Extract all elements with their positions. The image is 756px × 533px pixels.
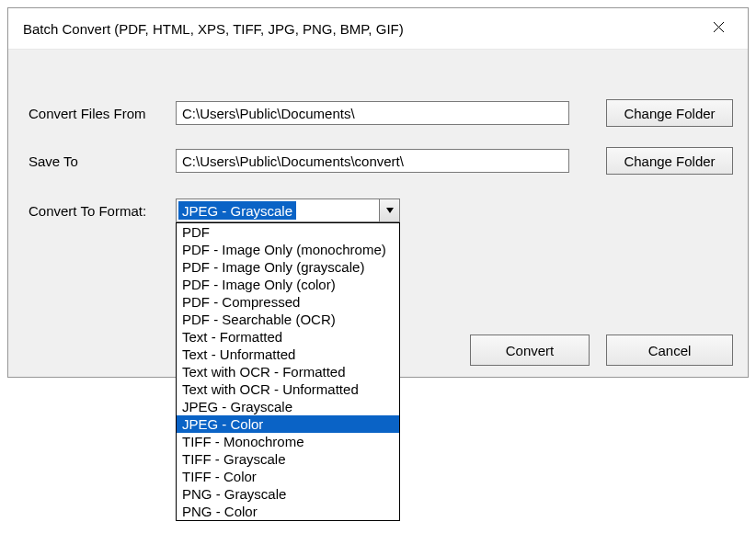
window-title: Batch Convert (PDF, HTML, XPS, TIFF, JPG…	[23, 21, 404, 37]
format-option[interactable]: PNG - Color	[177, 503, 399, 520]
convert-from-input[interactable]	[176, 101, 569, 125]
label-convert-from: Convert Files From	[29, 106, 176, 121]
dialog-content: Convert Files From Change Folder Save To…	[8, 50, 748, 377]
convert-button[interactable]: Convert	[470, 335, 590, 366]
format-dropdown-list[interactable]: PDFPDF - Image Only (monochrome)PDF - Im…	[176, 222, 400, 521]
format-selected-value: JPEG - Grayscale	[178, 201, 296, 220]
row-save-to: Save To	[29, 149, 569, 173]
cancel-button[interactable]: Cancel	[606, 335, 733, 366]
format-option[interactable]: JPEG - Grayscale	[177, 398, 399, 415]
save-to-input[interactable]	[176, 149, 569, 173]
dropdown-arrow-icon	[379, 199, 399, 221]
format-option[interactable]: PNG - Grayscale	[177, 485, 399, 503]
format-option[interactable]: PDF - Searchable (OCR)	[177, 311, 399, 328]
change-folder-from-button[interactable]: Change Folder	[606, 99, 733, 127]
format-option[interactable]: Text with OCR - Formatted	[177, 363, 399, 380]
titlebar: Batch Convert (PDF, HTML, XPS, TIFF, JPG…	[8, 8, 748, 50]
row-convert-from: Convert Files From	[29, 101, 569, 125]
format-option[interactable]: PDF - Image Only (color)	[177, 276, 399, 293]
svg-marker-2	[386, 208, 394, 213]
close-icon	[713, 21, 725, 36]
format-option[interactable]: PDF - Image Only (grayscale)	[177, 258, 399, 276]
label-format: Convert To Format:	[29, 203, 176, 219]
format-option[interactable]: TIFF - Monochrome	[177, 433, 399, 450]
format-option[interactable]: Text with OCR - Unformatted	[177, 380, 399, 398]
label-save-to: Save To	[29, 153, 176, 169]
close-button[interactable]	[700, 16, 737, 41]
format-option[interactable]: JPEG - Color	[177, 415, 399, 433]
row-format: Convert To Format: JPEG - Grayscale	[29, 198, 400, 222]
format-option[interactable]: PDF - Image Only (monochrome)	[177, 241, 399, 258]
format-combobox[interactable]: JPEG - Grayscale	[176, 198, 400, 222]
format-option[interactable]: Text - Unformatted	[177, 346, 399, 363]
format-option[interactable]: TIFF - Grayscale	[177, 450, 399, 468]
format-option[interactable]: PDF - Compressed	[177, 293, 399, 311]
format-option[interactable]: TIFF - Color	[177, 468, 399, 485]
change-folder-to-button[interactable]: Change Folder	[606, 147, 733, 175]
batch-convert-dialog: Batch Convert (PDF, HTML, XPS, TIFF, JPG…	[7, 7, 749, 378]
format-option[interactable]: Text - Formatted	[177, 328, 399, 346]
format-option[interactable]: PDF	[177, 223, 399, 241]
